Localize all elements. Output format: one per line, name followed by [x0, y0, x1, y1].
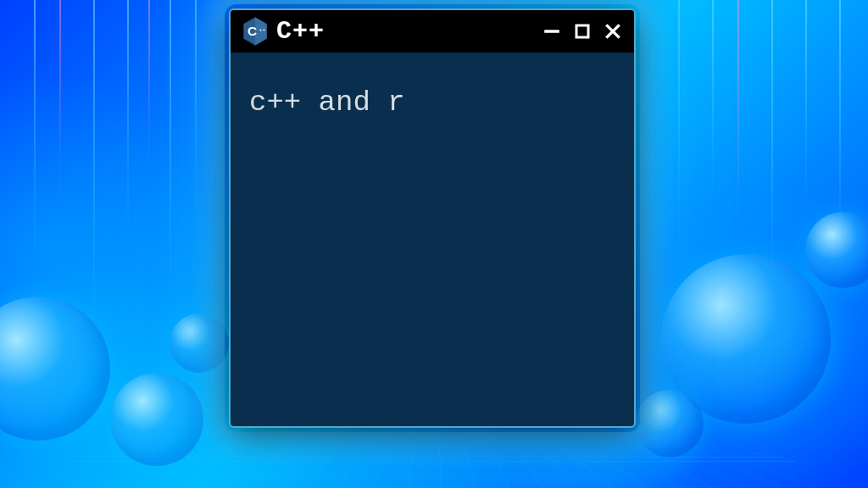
background-sphere [636, 390, 704, 458]
close-button[interactable] [604, 22, 622, 41]
window-title: C++ [276, 17, 534, 46]
maximize-button[interactable] [573, 22, 592, 41]
background-sphere [110, 373, 203, 466]
cpp-logo-icon: C + + [242, 17, 268, 46]
titlebar[interactable]: C + + C++ [231, 10, 634, 53]
minimize-button[interactable] [542, 22, 561, 41]
terminal-body[interactable]: c++ and r [231, 53, 634, 154]
terminal-window: C + + C++ [229, 8, 636, 428]
svg-text:+: + [263, 27, 265, 32]
window-controls [542, 22, 622, 41]
svg-text:C: C [248, 24, 257, 38]
svg-text:+: + [259, 27, 262, 32]
background-sphere [170, 313, 229, 373]
terminal-content: c++ and r [249, 86, 405, 119]
svg-rect-6 [576, 25, 588, 37]
